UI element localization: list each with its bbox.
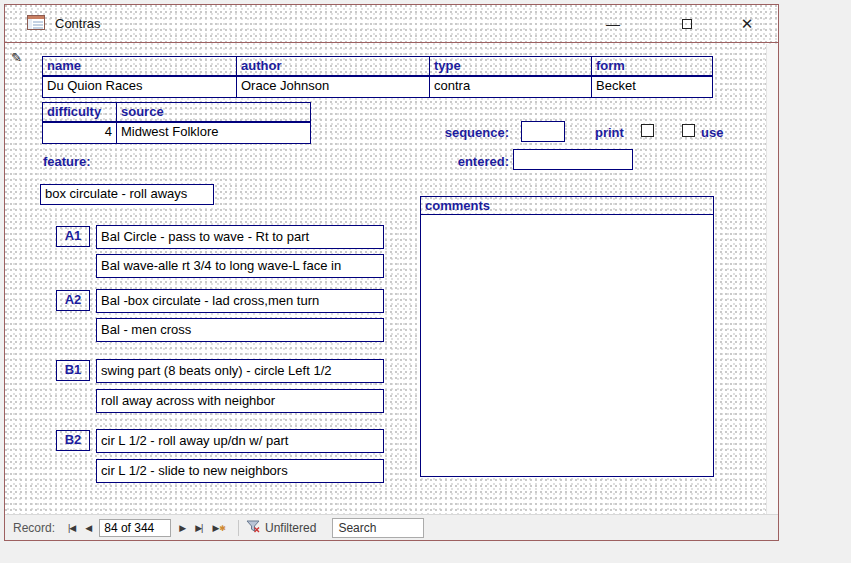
window-title: Contras	[55, 16, 101, 31]
sequence-label: sequence:	[425, 125, 509, 140]
access-form-icon	[27, 15, 45, 34]
maximize-button[interactable]	[671, 9, 703, 39]
section-a1-line-2[interactable]: Bal wave-alle rt 3/4 to long wave-L face…	[96, 254, 384, 278]
section-label-b1: B1	[56, 360, 90, 381]
filter-status-button[interactable]: Unfiltered	[246, 519, 316, 536]
author-field[interactable]: Orace Johnson	[236, 76, 430, 98]
maximize-icon	[682, 19, 692, 29]
section-a2-line-1[interactable]: Bal -box circulate - lad cross,men turn	[96, 289, 384, 313]
section-b2-line-1[interactable]: cir L 1/2 - roll away up/dn w/ part	[96, 429, 384, 453]
record-position-box[interactable]: 84 of 344	[99, 519, 171, 537]
form-detail-area: ✎ name author type form Du Quion Races O…	[5, 44, 766, 514]
comments-header-label: comments	[420, 196, 714, 215]
author-header-label: author	[236, 56, 430, 76]
new-record-star-icon: ✱	[219, 524, 226, 533]
feature-label: feature:	[43, 154, 91, 169]
filter-status-label: Unfiltered	[265, 521, 316, 535]
navbar-separator	[238, 520, 239, 536]
minimize-button[interactable]: —	[597, 9, 629, 39]
next-record-button[interactable]: ▶	[174, 523, 190, 533]
record-edit-pencil-icon: ✎	[11, 50, 22, 65]
use-checkbox[interactable]	[682, 124, 695, 137]
record-navigation-bar: Record: |◀ ◀ 84 of 344 ▶ ▶| ▶✱ Unfiltere…	[5, 514, 778, 540]
contras-form-window: Contras — ✕ ✎ name author type form Du Q…	[4, 4, 779, 541]
desktop-background: { "window": { "title": "Contras", "minim…	[0, 0, 851, 563]
section-a2-line-2[interactable]: Bal - men cross	[96, 318, 384, 342]
last-record-button[interactable]: ▶|	[190, 523, 207, 533]
first-record-button[interactable]: |◀	[63, 523, 80, 533]
name-header-label: name	[42, 56, 237, 76]
source-field[interactable]: Midwest Folklore	[116, 122, 311, 144]
form-header-label: form	[591, 56, 713, 76]
entered-field[interactable]	[513, 149, 633, 170]
section-label-a2: A2	[56, 290, 90, 311]
entered-label: entered:	[425, 154, 509, 169]
comments-field[interactable]	[420, 214, 714, 477]
source-header-label: source	[116, 102, 311, 122]
close-button[interactable]: ✕	[731, 9, 763, 39]
search-input[interactable]	[332, 518, 424, 538]
filter-funnel-icon	[246, 519, 260, 536]
feature-field[interactable]: box circulate - roll aways	[40, 184, 214, 205]
section-b1-line-2[interactable]: roll away across with neighbor	[96, 389, 384, 413]
form-field[interactable]: Becket	[591, 76, 713, 98]
new-record-button[interactable]: ▶✱	[207, 523, 231, 533]
sequence-field[interactable]	[521, 121, 565, 142]
previous-record-button[interactable]: ◀	[80, 523, 96, 533]
name-field[interactable]: Du Quion Races	[42, 76, 237, 98]
new-record-arrow-icon: ▶	[212, 523, 218, 533]
section-b2-line-2[interactable]: cir L 1/2 - slide to new neighbors	[96, 459, 384, 483]
section-label-a1: A1	[56, 226, 90, 247]
record-label: Record:	[13, 521, 55, 535]
section-a1-line-1[interactable]: Bal Circle - pass to wave - Rt to part	[96, 225, 384, 249]
section-b1-line-1[interactable]: swing part (8 beats only) - circle Left …	[96, 359, 384, 383]
type-header-label: type	[429, 56, 592, 76]
vertical-scrollbar[interactable]	[766, 44, 778, 514]
use-label: use	[701, 125, 723, 140]
difficulty-header-label: difficulty	[42, 102, 117, 122]
titlebar[interactable]: Contras — ✕	[5, 5, 778, 43]
section-label-b2: B2	[56, 430, 90, 451]
type-field[interactable]: contra	[429, 76, 592, 98]
difficulty-field[interactable]: 4	[42, 122, 117, 144]
print-checkbox[interactable]	[641, 124, 654, 137]
print-label: print	[595, 125, 624, 140]
